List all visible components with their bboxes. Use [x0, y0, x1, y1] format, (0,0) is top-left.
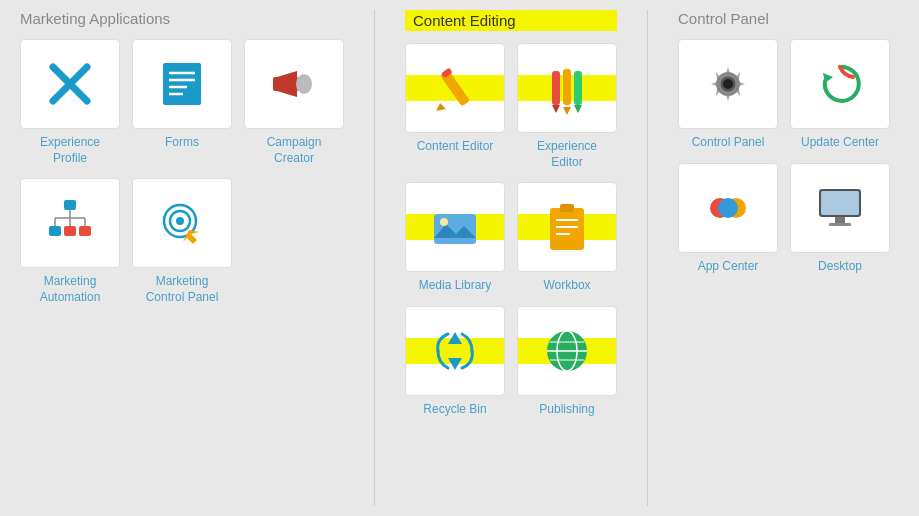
forms-icon — [155, 57, 209, 111]
campaign-creator-icon — [267, 57, 321, 111]
control-panel-icon — [701, 57, 755, 111]
svg-marker-28 — [552, 105, 560, 113]
svg-rect-15 — [49, 226, 61, 236]
app-experience-editor[interactable]: ExperienceEditor — [517, 43, 617, 170]
desktop-label: Desktop — [818, 259, 862, 275]
experience-profile-icon — [43, 57, 97, 111]
content-editing-section: Content Editing Content Editor — [405, 10, 617, 506]
experience-profile-label: ExperienceProfile — [40, 135, 100, 166]
content-editor-label: Content Editor — [417, 139, 494, 155]
app-marketing-automation[interactable]: MarketingAutomation — [20, 178, 120, 305]
svg-rect-7 — [273, 77, 280, 91]
svg-rect-31 — [434, 214, 476, 244]
campaign-creator-label: CampaignCreator — [267, 135, 322, 166]
experience-editor-label: ExperienceEditor — [537, 139, 597, 170]
publishing-icon — [540, 324, 594, 378]
divider-2 — [647, 10, 648, 506]
svg-point-51 — [718, 198, 738, 218]
marketing-automation-label: MarketingAutomation — [40, 274, 101, 305]
svg-rect-53 — [821, 191, 859, 215]
workbox-icon — [540, 200, 594, 254]
divider-1 — [374, 10, 375, 506]
svg-rect-9 — [64, 200, 76, 210]
marketing-automation-icon — [43, 196, 97, 250]
app-desktop[interactable]: Desktop — [790, 163, 890, 275]
marketing-title: Marketing Applications — [20, 10, 344, 27]
app-workbox[interactable]: Workbox — [517, 182, 617, 294]
app-recycle-bin[interactable]: Recycle Bin — [405, 306, 505, 418]
media-library-label: Media Library — [419, 278, 492, 294]
svg-rect-34 — [550, 208, 584, 250]
svg-marker-29 — [563, 107, 571, 115]
media-library-icon — [428, 200, 482, 254]
app-marketing-control-panel[interactable]: MarketingControl Panel — [132, 178, 232, 305]
svg-rect-55 — [829, 223, 851, 226]
update-center-label: Update Center — [801, 135, 879, 151]
app-control-panel[interactable]: Control Panel — [678, 39, 778, 151]
svg-rect-27 — [574, 71, 582, 105]
svg-point-47 — [723, 79, 733, 89]
workbox-label: Workbox — [543, 278, 590, 294]
app-launcher: Marketing Applications ExperienceProfile — [0, 0, 919, 516]
experience-editor-icon — [540, 61, 594, 115]
app-app-center[interactable]: App Center — [678, 163, 778, 275]
app-update-center[interactable]: Update Center — [790, 39, 890, 151]
marketing-section: Marketing Applications ExperienceProfile — [20, 10, 344, 506]
app-publishing[interactable]: Publishing — [517, 306, 617, 418]
app-center-label: App Center — [698, 259, 759, 275]
svg-rect-25 — [552, 71, 560, 105]
svg-point-20 — [176, 217, 184, 225]
recycle-bin-label: Recycle Bin — [423, 402, 486, 418]
svg-point-33 — [440, 218, 448, 226]
desktop-icon — [813, 181, 867, 235]
svg-rect-2 — [163, 63, 201, 105]
marketing-control-panel-icon — [155, 196, 209, 250]
svg-point-8 — [296, 74, 312, 94]
update-center-icon — [813, 57, 867, 111]
svg-rect-38 — [560, 204, 574, 212]
svg-marker-23 — [436, 103, 446, 111]
app-media-library[interactable]: Media Library — [405, 182, 505, 294]
svg-rect-17 — [79, 226, 91, 236]
forms-label: Forms — [165, 135, 199, 151]
control-panel-label: Control Panel — [692, 135, 765, 151]
control-panel-title: Control Panel — [678, 10, 890, 27]
svg-rect-26 — [563, 69, 571, 105]
app-content-editor[interactable]: Content Editor — [405, 43, 505, 170]
control-panel-section: Control Panel — [678, 10, 890, 506]
app-forms[interactable]: Forms — [132, 39, 232, 166]
svg-rect-54 — [835, 217, 845, 223]
content-editor-icon — [428, 61, 482, 115]
svg-rect-16 — [64, 226, 76, 236]
recycle-bin-icon — [428, 324, 482, 378]
content-editing-title: Content Editing — [405, 10, 617, 31]
app-campaign-creator[interactable]: CampaignCreator — [244, 39, 344, 166]
app-center-icon — [701, 181, 755, 235]
svg-marker-30 — [574, 105, 582, 113]
marketing-control-panel-label: MarketingControl Panel — [146, 274, 219, 305]
publishing-label: Publishing — [539, 402, 594, 418]
app-experience-profile[interactable]: ExperienceProfile — [20, 39, 120, 166]
